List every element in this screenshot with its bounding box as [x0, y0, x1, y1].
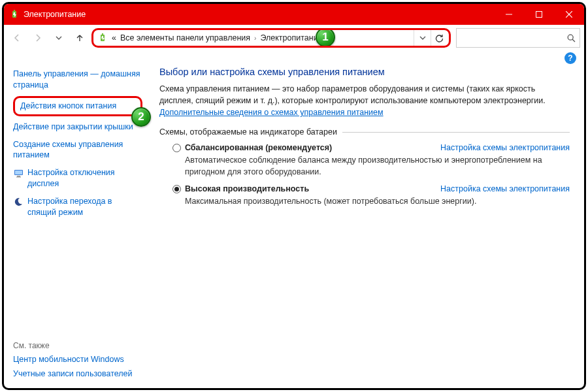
power-plan-high-performance: Высокая производительность Настройка схе…: [172, 184, 570, 208]
divider: [342, 132, 570, 133]
address-bar-highlight: « Все элементы панели управления › Элект…: [91, 28, 451, 48]
breadcrumb-prefix: «: [112, 33, 116, 42]
svg-rect-7: [102, 33, 103, 35]
plan-description: Максимальная производительность (может п…: [185, 196, 570, 208]
sidebar-create-plan-link[interactable]: Создание схемы управления питанием: [13, 139, 142, 161]
page-heading: Выбор или настройка схемы управления пит…: [159, 67, 570, 77]
svg-line-9: [572, 39, 575, 42]
sidebar-sleep-config-link[interactable]: Настройка перехода в спящий режим: [27, 196, 142, 218]
nav-back-button: [8, 29, 26, 47]
close-button[interactable]: [554, 4, 584, 25]
refresh-button[interactable]: [431, 29, 448, 46]
sidebar-home-link[interactable]: Панель управления — домашняя страница: [13, 69, 142, 91]
app-icon: [9, 9, 20, 20]
nav-forward-button: [29, 29, 47, 47]
radio-high-performance[interactable]: [172, 185, 181, 193]
plans-group-label: Схемы, отображаемые на индикаторе батаре…: [159, 127, 570, 137]
address-bar[interactable]: « Все элементы панели управления › Элект…: [95, 33, 414, 43]
window-title: Электропитание: [24, 10, 86, 19]
minimize-button[interactable]: [494, 4, 524, 25]
sidebar-lid-action-link[interactable]: Действие при закрытии крышки: [13, 122, 142, 133]
svg-rect-3: [536, 12, 542, 18]
monitor-icon: [13, 168, 24, 178]
radio-balanced[interactable]: [172, 144, 181, 152]
maximize-button[interactable]: [524, 4, 554, 25]
annotation-badge-1: 1: [316, 28, 335, 47]
sidebar-mobility-center-link[interactable]: Центр мобильности Windows: [13, 354, 142, 365]
help-icon[interactable]: ?: [564, 52, 576, 64]
chevron-right-icon[interactable]: ›: [254, 35, 256, 42]
main-content: Выбор или настройка схемы управления пит…: [148, 64, 584, 388]
see-also-header: См. также: [13, 341, 142, 350]
svg-rect-1: [14, 10, 15, 11]
svg-rect-12: [17, 176, 20, 177]
plan-name[interactable]: Высокая производительность: [185, 184, 309, 193]
breadcrumb-item[interactable]: Электропитание: [260, 33, 322, 42]
moon-icon: [13, 197, 24, 207]
sidebar-power-buttons-highlight: Действия кнопок питания 2: [13, 96, 142, 116]
sidebar-user-accounts-link[interactable]: Учетные записи пользователей: [13, 368, 142, 380]
address-history-button[interactable]: [414, 29, 431, 46]
plan-settings-link[interactable]: Настройка схемы электропитания: [440, 184, 570, 193]
page-description: Схема управления питанием — это набор па…: [159, 84, 570, 106]
nav-recent-button[interactable]: [50, 29, 68, 47]
breadcrumb-item[interactable]: Все элементы панели управления: [120, 33, 250, 42]
sidebar-power-buttons-link[interactable]: Действия кнопок питания: [20, 101, 135, 112]
search-icon[interactable]: [567, 34, 576, 42]
svg-point-8: [568, 35, 573, 40]
plan-description: Автоматическое соблюдение баланса между …: [185, 155, 570, 178]
power-icon: [97, 33, 108, 43]
nav-row: « Все элементы панели управления › Элект…: [4, 25, 584, 51]
sidebar: Панель управления — домашняя страница Де…: [4, 64, 148, 388]
more-info-link[interactable]: Дополнительные сведения о схемах управле…: [159, 108, 384, 117]
annotation-badge-2: 2: [131, 107, 151, 127]
search-box[interactable]: [456, 28, 580, 48]
plan-settings-link[interactable]: Настройка схемы электропитания: [440, 143, 570, 152]
svg-rect-11: [15, 171, 22, 174]
sidebar-display-off-link[interactable]: Настройка отключения дисплея: [27, 167, 142, 189]
nav-up-button[interactable]: [71, 29, 89, 47]
power-plan-balanced: Сбалансированная (рекомендуется) Настрой…: [172, 143, 570, 178]
plan-name[interactable]: Сбалансированная (рекомендуется): [185, 143, 332, 152]
titlebar: Электропитание: [4, 4, 584, 25]
svg-rect-13: [16, 176, 21, 177]
search-input[interactable]: [461, 33, 567, 42]
